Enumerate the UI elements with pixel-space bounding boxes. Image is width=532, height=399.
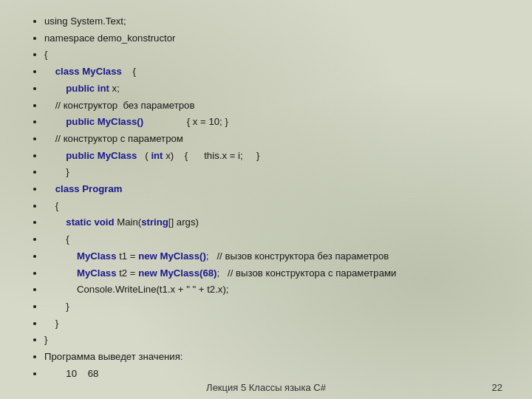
line-9: public MyClass ( int x) { this.x = i; }	[44, 148, 502, 165]
line-11: class Program	[44, 181, 502, 198]
line-12: {	[44, 198, 502, 215]
line-15: MyClass t1 = new MyClass(); // вызов кон…	[44, 248, 502, 265]
line-17: Console.WriteLine(t1.x + " " + t2.x);	[44, 282, 502, 299]
line-6: // конструктор без параметров	[44, 98, 502, 115]
line-8: // конструктор с параметром	[44, 131, 502, 148]
line-22: 10 68	[44, 366, 502, 383]
footer-page: 22	[492, 382, 502, 393]
line-21: Программа выведет значения:	[44, 349, 502, 366]
line-1: using System.Text;	[44, 13, 502, 30]
footer-label: Лекция 5 Классы языка C#	[206, 382, 326, 393]
slide-content: using System.Text; namespace demo_konstr…	[0, 0, 532, 399]
line-13: static void Main(string[] args)	[44, 214, 502, 231]
line-5: public int x;	[44, 81, 502, 98]
line-7: public MyClass() { x = 10; }	[44, 114, 502, 131]
line-19: }	[44, 316, 502, 332]
line-20: }	[44, 332, 502, 349]
code-list: using System.Text; namespace demo_konstr…	[30, 13, 502, 382]
line-4: class MyClass {	[44, 64, 502, 81]
line-18: }	[44, 299, 502, 316]
line-2: namespace demo_konstructor	[44, 30, 502, 47]
line-3: {	[44, 47, 502, 64]
line-10: }	[44, 164, 502, 181]
footer: Лекция 5 Классы языка C#	[0, 382, 532, 393]
line-16: MyClass t2 = new MyClass(68); // вызов к…	[44, 265, 502, 282]
line-14: {	[44, 231, 502, 248]
